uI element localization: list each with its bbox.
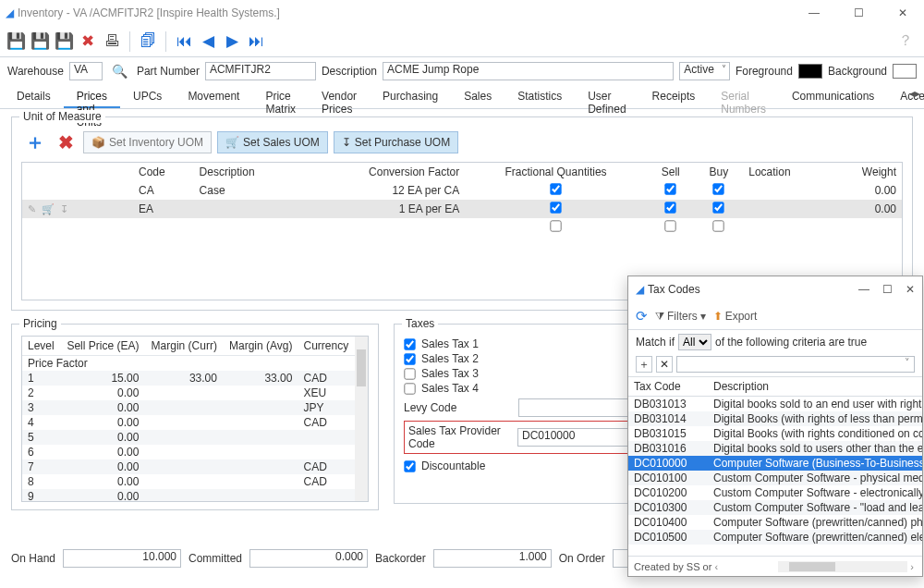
buy-checkbox[interactable] — [713, 183, 724, 194]
funnel-icon: ⧩ — [655, 310, 664, 323]
fq-checkbox[interactable] — [550, 183, 561, 194]
foreground-color[interactable] — [798, 64, 822, 79]
tax3-label: Sales Tax 3 — [421, 367, 479, 380]
tab-strip: Details Prices and Units UPCs Movement P… — [0, 85, 924, 109]
match-mode-select[interactable]: All — [678, 334, 711, 350]
nav-prev-icon[interactable]: ◀ — [198, 31, 218, 52]
set-sales-uom-button[interactable]: 🛒Set Sales UOM — [217, 131, 328, 153]
taxcode-row[interactable]: DC010200Custom Computer Software - elect… — [628, 485, 922, 500]
buy-checkbox[interactable] — [713, 220, 724, 231]
tab-movement[interactable]: Movement — [175, 85, 252, 108]
onhand-label: On Hand — [11, 552, 55, 565]
taxcode-row[interactable]: DB031015Digital Books (with rights condi… — [628, 426, 922, 441]
save-close-icon[interactable]: 💾 — [54, 31, 74, 52]
popup-status-text: Created by SS or — [634, 561, 711, 572]
tab-statistics[interactable]: Statistics — [505, 85, 575, 108]
buy-checkbox[interactable] — [713, 202, 724, 213]
taxcode-row[interactable]: DC010000Computer Software (Business-To-B… — [628, 456, 922, 471]
popup-export-button[interactable]: ⬆Export — [713, 310, 758, 323]
criteria-field-select[interactable] — [676, 356, 915, 373]
popup-minimize-button[interactable]: — — [858, 283, 869, 296]
save-new-icon[interactable]: 💾 — [30, 31, 50, 52]
tab-serial-numbers[interactable]: Serial Numbers — [708, 85, 779, 108]
uom-row-empty[interactable] — [22, 218, 902, 237]
purchase-icon: ↧ — [342, 136, 351, 149]
window-minimize-button[interactable]: — — [798, 6, 830, 19]
popup-refresh-button[interactable]: ⟳ — [636, 308, 648, 325]
uom-col-code: Code — [133, 163, 194, 181]
window-maximize-button[interactable]: ☐ — [843, 6, 874, 19]
taxcode-row[interactable]: DB031013Digital books sold to an end use… — [628, 397, 922, 411]
uom-delete-button[interactable]: ✖ — [55, 131, 78, 153]
tax1-checkbox[interactable] — [404, 338, 415, 349]
uom-col-conv: Conversion Factor — [301, 163, 465, 181]
popup-hscrollbar[interactable] — [778, 561, 907, 572]
tab-communications[interactable]: Communications — [779, 85, 887, 108]
backorder-field: 1.000 — [433, 549, 552, 568]
taxcode-row[interactable]: DC010400Computer Software (prewritten/ca… — [628, 515, 922, 530]
popup-grid[interactable]: DB031013Digital books sold to an end use… — [628, 397, 922, 556]
hscroll-left-icon[interactable]: ‹ — [711, 561, 721, 572]
tab-upcs[interactable]: UPCs — [120, 85, 175, 108]
criteria-remove-button[interactable]: ✕ — [656, 356, 673, 373]
tab-prices-units[interactable]: Prices and Units — [64, 85, 120, 108]
fq-checkbox[interactable] — [550, 220, 561, 231]
criteria-add-button[interactable]: ＋ — [636, 356, 652, 373]
copy-icon[interactable]: 🗐 — [138, 31, 158, 52]
nav-last-icon[interactable]: ⏭ — [246, 31, 266, 52]
cart-icon: 🛒 — [225, 136, 239, 149]
delete-icon[interactable]: ✖ — [78, 31, 98, 52]
tab-receipts[interactable]: Receipts — [639, 85, 709, 108]
help-icon[interactable]: ？ — [898, 31, 913, 51]
tax2-checkbox[interactable] — [404, 353, 415, 364]
popup-col-desc[interactable]: Description — [708, 377, 922, 396]
committed-label: Committed — [188, 552, 242, 565]
uom-row[interactable]: CA Case 12 EA per CA 0.00 — [22, 181, 902, 200]
fq-checkbox[interactable] — [550, 202, 561, 213]
partnumber-field[interactable]: ACMFITJR2 — [205, 62, 316, 80]
tab-price-matrix[interactable]: Price Matrix — [252, 85, 309, 108]
sell-checkbox[interactable] — [665, 202, 676, 213]
tab-user-defined[interactable]: User Defined — [575, 85, 638, 108]
discountable-checkbox[interactable] — [404, 460, 415, 472]
sell-checkbox[interactable] — [665, 183, 676, 194]
tab-purchasing[interactable]: Purchasing — [370, 85, 451, 108]
pricing-scrollbar[interactable] — [355, 337, 368, 501]
set-inventory-uom-button[interactable]: 📦Set Inventory UOM — [83, 131, 212, 153]
tax3-checkbox[interactable] — [404, 368, 415, 379]
tab-details[interactable]: Details — [4, 85, 64, 108]
popup-close-button[interactable]: ✕ — [906, 283, 915, 296]
taxcode-row[interactable]: DC010300Custom Computer Software - "load… — [628, 500, 922, 515]
popup-col-code[interactable]: Tax Code — [628, 377, 708, 396]
backorder-label: Backorder — [375, 552, 426, 565]
taxcode-row[interactable]: DB031014Digital Books (with rights of le… — [628, 411, 922, 426]
pricing-grid[interactable]: Level Sell Price (EA) Margin (Curr) Marg… — [21, 336, 369, 502]
set-purchase-uom-button[interactable]: ↧Set Purchase UOM — [334, 131, 458, 153]
warehouse-field[interactable]: VA — [69, 62, 103, 80]
taxcode-row[interactable]: DC010500Computer Software (prewritten/ca… — [628, 530, 922, 545]
tab-scroll-buttons[interactable]: ◂▸ — [909, 87, 920, 100]
status-dropdown[interactable]: Active — [679, 62, 730, 80]
hscroll-right-icon[interactable]: › — [907, 561, 917, 572]
nav-first-icon[interactable]: ⏮ — [174, 31, 194, 52]
popup-filters-button[interactable]: ⧩Filters ▾ — [655, 310, 706, 323]
tab-sales[interactable]: Sales — [451, 85, 505, 108]
window-close-button[interactable]: ✕ — [887, 6, 918, 19]
taxcode-row[interactable]: DB031016Digital books sold to users othe… — [628, 441, 922, 456]
background-color[interactable] — [893, 64, 917, 79]
uom-row-selected[interactable]: ✎ 🛒 ↧ EA 1 EA per EA 0.00 — [22, 200, 902, 218]
uom-add-button[interactable]: ＋ — [21, 129, 49, 156]
uom-col-desc: Description — [194, 163, 301, 181]
window-titlebar: ◢ Inventory - VA /ACMFITJR2 [Inspire Hea… — [0, 0, 924, 26]
sell-checkbox[interactable] — [665, 220, 676, 231]
tab-vendor-prices[interactable]: Vendor Prices — [309, 85, 370, 108]
popup-maximize-button[interactable]: ☐ — [882, 283, 893, 296]
description-field[interactable]: ACME Jump Rope — [383, 62, 674, 80]
tax4-checkbox[interactable] — [404, 383, 415, 394]
nav-next-icon[interactable]: ▶ — [222, 31, 242, 52]
warehouse-search-icon[interactable]: 🔍 — [108, 64, 131, 79]
print-icon[interactable]: 🖶 — [102, 31, 122, 52]
taxcodes-popup: ◢ Tax Codes — ☐ ✕ ⟳ ⧩Filters ▾ ⬆Export M… — [627, 276, 923, 577]
taxcode-row[interactable]: DC010100Custom Computer Software - physi… — [628, 471, 922, 485]
save-icon[interactable]: 💾 — [6, 31, 26, 52]
